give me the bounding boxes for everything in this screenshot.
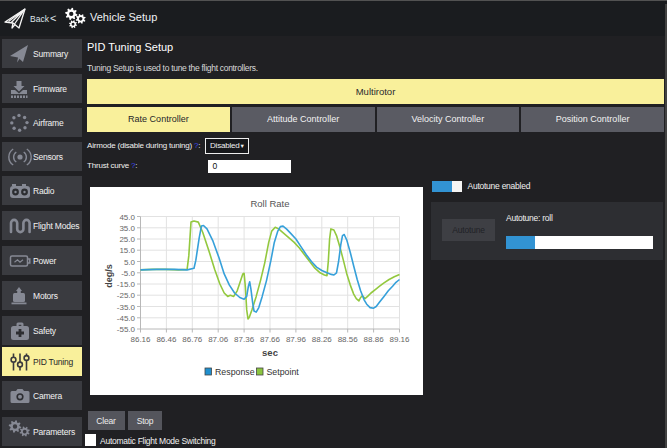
svg-text:-35.0: -35.0 <box>116 303 135 312</box>
svg-text:86.46: 86.46 <box>156 335 177 344</box>
svg-text:15.0: 15.0 <box>119 246 135 255</box>
svg-text:45.0: 45.0 <box>119 213 135 222</box>
svg-text:87.66: 87.66 <box>259 335 280 344</box>
svg-text:35.0: 35.0 <box>119 224 135 233</box>
svg-text:87.06: 87.06 <box>208 335 229 344</box>
svg-text:87.36: 87.36 <box>234 335 255 344</box>
svg-text:-25.0: -25.0 <box>116 291 135 300</box>
svg-text:89.16: 89.16 <box>389 335 410 344</box>
svg-text:87.96: 87.96 <box>285 335 306 344</box>
svg-text:-15.0: -15.0 <box>116 280 135 289</box>
svg-text:88.26: 88.26 <box>311 335 332 344</box>
svg-text:25.0: 25.0 <box>119 235 135 244</box>
svg-text:86.16: 86.16 <box>130 335 151 344</box>
svg-text:Response: Response <box>215 367 255 377</box>
svg-text:-55.0: -55.0 <box>116 325 135 334</box>
svg-text:sec: sec <box>262 347 278 358</box>
svg-text:88.56: 88.56 <box>337 335 358 344</box>
svg-text:-5.0: -5.0 <box>121 269 135 278</box>
svg-text:88.86: 88.86 <box>363 335 384 344</box>
svg-text:5.0: 5.0 <box>123 258 135 267</box>
svg-text:deg/s: deg/s <box>104 264 114 288</box>
svg-text:86.76: 86.76 <box>182 335 203 344</box>
svg-text:Setpoint: Setpoint <box>266 367 299 377</box>
svg-text:-45.0: -45.0 <box>116 314 135 323</box>
svg-text:Roll Rate: Roll Rate <box>250 198 289 209</box>
